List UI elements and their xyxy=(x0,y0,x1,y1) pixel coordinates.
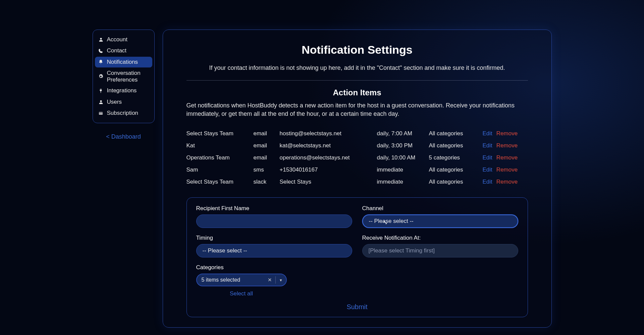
categories-multiselect[interactable]: 5 items selected ✕ ▾ xyxy=(196,274,287,286)
rule-timing: immediate xyxy=(377,179,429,185)
rule-name: Kat xyxy=(186,142,254,149)
svg-point-0 xyxy=(100,38,102,40)
rule-timing: daily, 10:00 AM xyxy=(377,154,429,161)
recipient-label: Recipient First Name xyxy=(196,205,352,212)
phone-icon xyxy=(98,48,104,54)
rule-channel: email xyxy=(254,154,280,161)
rule-timing: daily, 3:00 PM xyxy=(377,142,429,149)
rule-row: Select Stays Team slack Select Stays imm… xyxy=(186,176,528,188)
close-icon[interactable]: ✕ xyxy=(264,277,275,283)
rule-categories: All categories xyxy=(429,179,483,185)
categories-label: Categories xyxy=(196,264,287,271)
rule-categories: 5 categories xyxy=(429,154,483,161)
sidebar: Account Contact Notifications Conversati… xyxy=(93,30,155,328)
chevron-down-icon[interactable]: ▾ xyxy=(276,278,286,283)
rule-name: Select Stays Team xyxy=(186,130,254,137)
rule-timing: immediate xyxy=(377,166,429,173)
channel-select[interactable]: -- Please select -- xyxy=(362,214,518,228)
rule-channel: sms xyxy=(254,166,280,173)
edit-link[interactable]: Edit xyxy=(483,142,492,149)
rule-row: Sam sms +15304016167 immediate All categ… xyxy=(186,164,528,176)
edit-link[interactable]: Edit xyxy=(483,179,492,185)
receive-at-placeholder: [Please select Timing first] xyxy=(369,247,435,254)
rule-categories: All categories xyxy=(429,142,483,149)
rule-destination: hosting@selectstays.net xyxy=(280,130,377,137)
user-icon xyxy=(98,37,104,42)
sidebar-item-label: Account xyxy=(107,36,127,43)
edit-link[interactable]: Edit xyxy=(483,154,492,161)
sidebar-item-label: Subscription xyxy=(107,110,139,116)
timing-label: Timing xyxy=(196,235,352,241)
rule-name: Operations Team xyxy=(186,154,254,161)
gear-icon xyxy=(98,74,104,79)
rule-row: Operations Team email operations@selects… xyxy=(186,152,528,164)
rule-destination: kat@selectstays.net xyxy=(280,142,377,149)
svg-rect-3 xyxy=(99,112,103,113)
rules-table: Select Stays Team email hosting@selectst… xyxy=(186,128,528,188)
section-title: Action Items xyxy=(186,88,528,97)
channel-select-value: -- Please select -- xyxy=(369,218,414,225)
rule-name: Select Stays Team xyxy=(186,179,254,185)
svg-point-1 xyxy=(100,100,102,102)
remove-link[interactable]: Remove xyxy=(496,154,518,161)
timing-select[interactable]: -- Please select -- xyxy=(196,244,352,257)
sidebar-item-contact[interactable]: Contact xyxy=(95,45,152,56)
select-all-link[interactable]: Select all xyxy=(196,290,287,297)
page-description: If your contact information is not showi… xyxy=(186,64,528,71)
sidebar-item-label: Integrations xyxy=(107,87,137,94)
recipient-input[interactable] xyxy=(196,214,352,228)
dashboard-link[interactable]: < Dashboard xyxy=(93,133,155,140)
rule-channel: slack xyxy=(254,179,280,185)
rule-name: Sam xyxy=(186,166,254,173)
sidebar-item-label: Contact xyxy=(107,47,127,54)
bell-icon xyxy=(98,59,104,65)
channel-label: Channel xyxy=(362,205,518,212)
divider xyxy=(186,80,528,81)
rule-channel: email xyxy=(254,130,280,137)
plug-icon xyxy=(98,88,104,93)
rule-destination: Select Stays xyxy=(280,179,377,185)
edit-link[interactable]: Edit xyxy=(483,130,492,137)
rule-destination: +15304016167 xyxy=(280,166,377,173)
receive-at-input: [Please select Timing first] xyxy=(362,244,518,257)
user-icon xyxy=(98,99,104,105)
sidebar-item-integrations[interactable]: Integrations xyxy=(95,85,152,96)
rule-timing: daily, 7:00 AM xyxy=(377,130,429,137)
card-icon xyxy=(98,110,104,116)
rule-channel: email xyxy=(254,142,280,149)
rule-categories: All categories xyxy=(429,166,483,173)
section-description: Get notifications when HostBuddy detects… xyxy=(186,101,528,118)
submit-button[interactable]: Submit xyxy=(196,303,518,311)
main-panel: Notification Settings If your contact in… xyxy=(163,30,552,328)
sidebar-item-account[interactable]: Account xyxy=(95,34,152,45)
sidebar-nav: Account Contact Notifications Conversati… xyxy=(93,30,155,123)
remove-link[interactable]: Remove xyxy=(496,130,518,137)
sidebar-item-notifications[interactable]: Notifications xyxy=(95,57,152,67)
sidebar-item-label: Conversation Preferences xyxy=(107,70,149,83)
edit-link[interactable]: Edit xyxy=(483,166,492,173)
receive-at-label: Receive Notification At: xyxy=(362,235,518,241)
add-rule-form: Recipient First Name Channel -- Please s… xyxy=(186,197,528,317)
remove-link[interactable]: Remove xyxy=(496,142,518,149)
remove-link[interactable]: Remove xyxy=(496,179,518,185)
categories-value: 5 items selected xyxy=(197,277,264,283)
remove-link[interactable]: Remove xyxy=(496,166,518,173)
timing-select-value: -- Please select -- xyxy=(203,247,247,254)
sidebar-item-subscription[interactable]: Subscription xyxy=(95,108,152,118)
sidebar-item-conversation-preferences[interactable]: Conversation Preferences xyxy=(95,68,152,85)
sidebar-item-label: Notifications xyxy=(107,59,138,65)
rule-row: Kat email kat@selectstays.net daily, 3:0… xyxy=(186,140,528,152)
sidebar-item-label: Users xyxy=(107,99,122,105)
rule-row: Select Stays Team email hosting@selectst… xyxy=(186,128,528,140)
sidebar-item-users[interactable]: Users xyxy=(95,97,152,107)
rule-destination: operations@selectstays.net xyxy=(280,154,377,161)
rule-categories: All categories xyxy=(429,130,483,137)
page-title: Notification Settings xyxy=(186,43,528,56)
